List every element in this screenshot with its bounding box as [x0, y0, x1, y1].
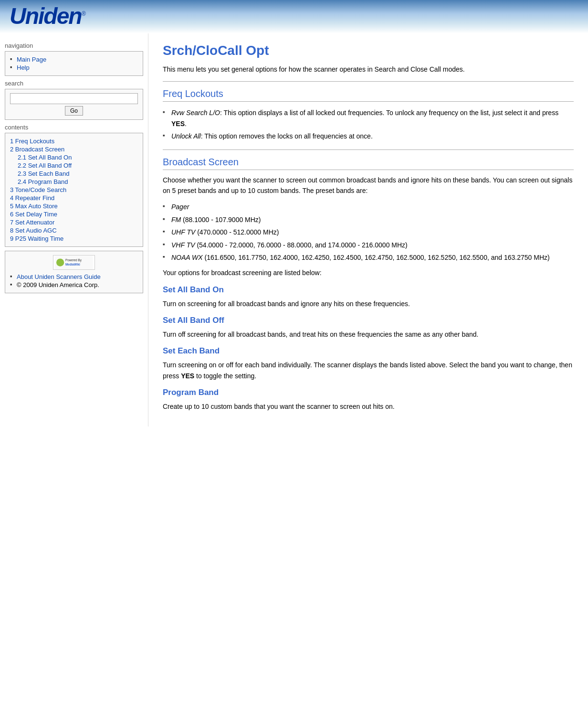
freq-lockout-item-1: Unlock All: This option removes the lock… — [163, 130, 574, 142]
svg-text:MediaWiki: MediaWiki — [65, 262, 80, 266]
divider-1 — [163, 81, 574, 82]
page-title: Srch/CloCall Opt — [163, 43, 574, 58]
mediawiki-icon: Powered By MediaWiki — [55, 256, 93, 269]
freq-lockouts-list: Rvw Search L/O: This option displays a l… — [163, 107, 574, 142]
logo-area: Uniden® — [0, 0, 588, 32]
heading-program-band: Program Band — [163, 388, 574, 397]
nav-link-main[interactable]: Main Page — [17, 56, 46, 63]
nav-link-help[interactable]: Help — [17, 64, 30, 71]
sidebar: navigation Main Page Help search Go cont… — [0, 33, 148, 302]
band-vhf-tv: VHF TV (54.0000 - 72.0000, 76.0000 - 88.… — [163, 239, 574, 251]
contents-link-5[interactable]: 2.4 Program Band — [18, 178, 138, 186]
search-go-button[interactable]: Go — [65, 106, 83, 116]
footer-link-item-0: About Uniden Scanners Guide — [10, 273, 138, 281]
band-uhf-tv-label: UHF TV — [171, 228, 195, 236]
page-layout: navigation Main Page Help search Go cont… — [0, 33, 588, 427]
footer-link-about[interactable]: About Uniden Scanners Guide — [17, 273, 101, 280]
search-input[interactable] — [10, 93, 138, 104]
main-content: Srch/CloCall Opt This menu lets you set … — [148, 33, 588, 427]
freq-lockout-item-0-italic: Rvw Search L/O — [171, 109, 220, 117]
heading-set-each-band: Set Each Band — [163, 346, 574, 356]
band-fm: FM (88.1000 - 107.9000 MHz) — [163, 213, 574, 226]
contents-indent-group: 2.1 Set All Band On 2.2 Set All Band Off… — [10, 153, 138, 186]
contents-link-6[interactable]: 3 Tone/Code Search — [10, 186, 138, 194]
contents-link-11[interactable]: 8 Set Audio AGC — [10, 226, 138, 235]
contents-link-7[interactable]: 4 Repeater Find — [10, 194, 138, 202]
contents-box: 1 Freq Lockouts 2 Broadcast Screen 2.1 S… — [5, 133, 143, 247]
band-noaa-wx-label: NOAA WX — [171, 254, 203, 261]
uniden-logo: Uniden® — [10, 3, 85, 29]
nav-item-help: Help — [10, 64, 138, 72]
search-box: Go — [5, 89, 143, 120]
svg-text:Powered By: Powered By — [65, 258, 82, 262]
contents-link-12[interactable]: 9 P25 Waiting Time — [10, 235, 138, 243]
set-all-band-on-text: Turn on screening for all broadcast band… — [163, 299, 574, 309]
band-vhf-tv-label: VHF TV — [171, 241, 195, 249]
footer-link-item-1: © 2009 Uniden America Corp. — [10, 281, 138, 289]
heading-freq-lockouts: Freq Lockouts — [163, 88, 574, 102]
contents-section-label: contents — [5, 124, 143, 131]
broadcast-screen-after: Your options for broadcast screening are… — [163, 267, 574, 278]
set-each-band-text: Turn screening on or off for each band i… — [163, 360, 574, 381]
sidebar-footer: Powered By MediaWiki About Uniden Scanne… — [5, 251, 143, 293]
band-pager: Pager — [163, 201, 574, 213]
logo-trademark: ® — [82, 11, 85, 17]
contents-link-8[interactable]: 5 Max Auto Store — [10, 202, 138, 210]
contents-link-3[interactable]: 2.2 Set All Band Off — [18, 161, 138, 170]
band-noaa-wx: NOAA WX (161.6500, 161.7750, 162.4000, 1… — [163, 251, 574, 264]
page-intro: This menu lets you set general options f… — [163, 64, 574, 75]
nav-section-label: navigation — [5, 42, 143, 49]
search-section-label: search — [5, 80, 143, 87]
footer-copyright: © 2009 Uniden America Corp. — [17, 281, 99, 288]
nav-list: Main Page Help — [10, 55, 138, 72]
svg-point-1 — [56, 258, 64, 266]
program-band-text: Create up to 10 custom bands that you wa… — [163, 401, 574, 412]
contents-link-10[interactable]: 7 Set Attenuator — [10, 218, 138, 226]
contents-link-0[interactable]: 1 Freq Lockouts — [10, 137, 138, 145]
contents-link-2[interactable]: 2.1 Set All Band On — [18, 153, 138, 161]
nav-item-main: Main Page — [10, 55, 138, 64]
band-fm-label: FM — [171, 216, 181, 224]
set-all-band-off-text: Turn off screening for all broadcast ban… — [163, 329, 574, 340]
mediawiki-logo: Powered By MediaWiki — [53, 255, 95, 270]
divider-2 — [163, 149, 574, 150]
contents-link-4[interactable]: 2.3 Set Each Band — [18, 170, 138, 178]
contents-link-9[interactable]: 6 Set Delay Time — [10, 210, 138, 218]
broadcast-bands-list: Pager FM (88.1000 - 107.9000 MHz) UHF TV… — [163, 201, 574, 264]
freq-lockout-item-1-italic: Unlock All — [171, 132, 201, 140]
nav-box: Main Page Help — [5, 51, 143, 76]
band-uhf-tv: UHF TV (470.0000 - 512.0000 MHz) — [163, 226, 574, 238]
powered-by-area: Powered By MediaWiki — [10, 255, 138, 270]
broadcast-screen-intro: Choose whether you want the scanner to s… — [163, 175, 574, 196]
freq-lockout-item-0: Rvw Search L/O: This option displays a l… — [163, 107, 574, 130]
contents-link-1[interactable]: 2 Broadcast Screen — [10, 145, 138, 153]
header: Uniden® — [0, 0, 588, 33]
footer-links-list: About Uniden Scanners Guide © 2009 Unide… — [10, 273, 138, 289]
heading-set-all-band-off: Set All Band Off — [163, 316, 574, 325]
heading-set-all-band-on: Set All Band On — [163, 285, 574, 295]
heading-broadcast-screen: Broadcast Screen — [163, 157, 574, 170]
band-pager-label: Pager — [171, 203, 189, 211]
